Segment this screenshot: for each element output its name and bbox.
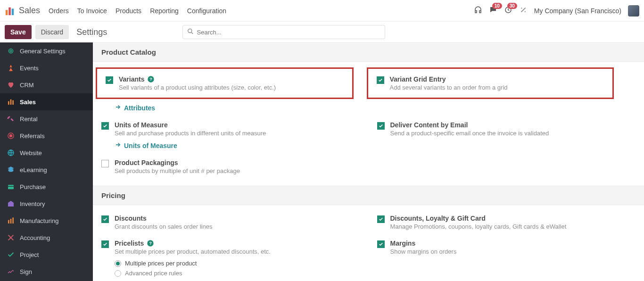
svg-text:?: ?: [149, 241, 152, 246]
help-icon[interactable]: ?: [147, 240, 154, 247]
product-catalog-grid: Variants ? Sell variants of a product us…: [93, 62, 644, 186]
setting-loyalty: Discounts, Loyalty & Gift Card Manage Pr…: [369, 208, 644, 233]
menu-to-invoice[interactable]: To Invoice: [77, 7, 107, 15]
menu-orders[interactable]: Orders: [49, 7, 69, 15]
tools-icon[interactable]: [519, 6, 528, 16]
checkbox-packagings[interactable]: [101, 160, 109, 167]
sales-icon: [7, 98, 15, 106]
app-icon: [5, 6, 15, 16]
sidebar-item-project[interactable]: Project: [0, 246, 93, 263]
project-icon: [7, 250, 15, 259]
search-wrap: [182, 25, 385, 39]
purchase-icon: [7, 182, 15, 191]
company-switcher[interactable]: My Company (San Francisco): [534, 7, 621, 15]
checkbox-margins[interactable]: [377, 240, 385, 248]
svg-rect-14: [8, 220, 9, 223]
section-head-product-catalog: Product Catalog: [93, 42, 644, 62]
sidebar-item-manufacturing[interactable]: Manufacturing: [0, 212, 93, 229]
svg-rect-0: [6, 10, 8, 15]
menu-configuration[interactable]: Configuration: [187, 7, 226, 15]
discard-button[interactable]: Discard: [35, 25, 69, 39]
help-icon[interactable]: ?: [147, 75, 155, 83]
sidebar-item-label: Purchase: [20, 183, 46, 190]
sidebar-item-sign[interactable]: Sign: [0, 263, 93, 280]
svg-point-4: [188, 29, 191, 33]
messages-badge: 10: [492, 3, 502, 9]
top-nav: Sales Orders To Invoice Products Reporti…: [0, 0, 644, 22]
support-icon[interactable]: [474, 6, 482, 16]
sidebar-item-accounting[interactable]: Accounting: [0, 229, 93, 246]
app-name[interactable]: Sales: [19, 6, 40, 16]
link-uom-label: Units of Measure: [124, 142, 177, 149]
arrow-right-icon: [115, 104, 121, 112]
save-button[interactable]: Save: [5, 25, 32, 39]
menu-reporting[interactable]: Reporting: [150, 7, 179, 15]
setting-discounts-title: Discounts: [115, 215, 147, 222]
radio-advanced-rules[interactable]: [115, 270, 121, 277]
svg-rect-2: [12, 8, 14, 15]
sidebar-item-label: CRM: [20, 82, 34, 89]
user-avatar[interactable]: [628, 5, 639, 17]
messages-icon[interactable]: 10: [489, 6, 497, 16]
svg-rect-8: [12, 100, 14, 105]
setting-pricelists-desc: Set multiple prices per product, automat…: [115, 248, 360, 255]
svg-rect-15: [10, 219, 12, 223]
search-input[interactable]: [182, 25, 385, 39]
pricelist-options: Multiple prices per product Advanced pri…: [115, 260, 360, 277]
crm-icon: [7, 81, 15, 89]
sidebar-item-events[interactable]: Events: [0, 59, 93, 76]
sidebar-item-elearning[interactable]: eLearning: [0, 161, 93, 178]
radio-option-advanced-rules[interactable]: Advanced price rules: [115, 270, 360, 277]
sidebar-item-label: Inventory: [20, 200, 45, 207]
sidebar-item-sales[interactable]: Sales: [0, 93, 93, 110]
checkbox-uom[interactable]: [101, 122, 109, 130]
checkbox-loyalty[interactable]: [377, 215, 385, 223]
sidebar-item-purchase[interactable]: Purchase: [0, 178, 93, 195]
sidebar-item-website[interactable]: Website: [0, 144, 93, 161]
sidebar-item-referrals[interactable]: Referrals: [0, 127, 93, 144]
setting-variants-link-row: Attributes: [93, 99, 369, 115]
link-attributes-label: Attributes: [124, 104, 155, 112]
checkbox-deliver-email[interactable]: [377, 122, 385, 130]
setting-packagings: Product Packagings Sell products by mult…: [93, 152, 369, 177]
sidebar-item-label: Website: [20, 149, 42, 157]
website-icon: [7, 149, 15, 157]
radio-multiple-prices[interactable]: [115, 260, 121, 267]
checkbox-variants[interactable]: [106, 76, 113, 84]
manufacturing-icon: [7, 216, 15, 225]
inventory-icon: [7, 199, 15, 208]
setting-deliver-email: Deliver Content by Email Send a product-…: [369, 115, 644, 152]
checkbox-discounts[interactable]: [101, 215, 109, 223]
sidebar-item-general[interactable]: General Settings: [0, 42, 93, 59]
checkbox-variant-grid[interactable]: [377, 76, 384, 84]
activities-icon[interactable]: 30: [504, 6, 512, 16]
sidebar-item-label: Referrals: [20, 132, 45, 140]
settings-content: Product Catalog Variants ? Sell variants…: [93, 42, 644, 281]
link-attributes[interactable]: Attributes: [115, 104, 360, 112]
accounting-icon: [7, 233, 15, 242]
sign-icon: [7, 267, 15, 276]
setting-pricelists-title: Pricelists: [115, 240, 144, 247]
topnav-right: 10 30 My Company (San Francisco): [474, 5, 639, 17]
activities-badge: 30: [507, 3, 517, 9]
setting-variant-grid: Variant Grid Entry Add several variants …: [367, 67, 614, 99]
radio-option-multiple-prices[interactable]: Multiple prices per product: [115, 260, 360, 267]
sidebar-item-label: Manufacturing: [20, 217, 58, 224]
svg-point-5: [10, 50, 12, 52]
section-head-pricing: Pricing: [93, 186, 644, 205]
sidebar-item-crm[interactable]: CRM: [0, 76, 93, 93]
sidebar-item-label: Events: [20, 65, 39, 72]
setting-discounts: Discounts Grant discounts on sales order…: [93, 208, 369, 233]
setting-pricelists: Pricelists ? Set multiple prices per pro…: [93, 233, 369, 280]
sidebar-item-rental[interactable]: Rental: [0, 110, 93, 127]
general-icon: [7, 47, 15, 55]
setting-deliver-email-title: Deliver Content by Email: [390, 121, 468, 129]
setting-variants: Variants ? Sell variants of a product us…: [96, 67, 354, 99]
checkbox-pricelists[interactable]: [101, 240, 109, 248]
svg-rect-16: [12, 217, 14, 223]
sidebar-item-inventory[interactable]: Inventory: [0, 195, 93, 212]
link-uom[interactable]: Units of Measure: [115, 141, 360, 149]
setting-packagings-desc: Sell products by multiple of unit # per …: [115, 167, 360, 174]
sidebar-item-label: Project: [20, 251, 39, 258]
menu-products[interactable]: Products: [116, 7, 141, 15]
